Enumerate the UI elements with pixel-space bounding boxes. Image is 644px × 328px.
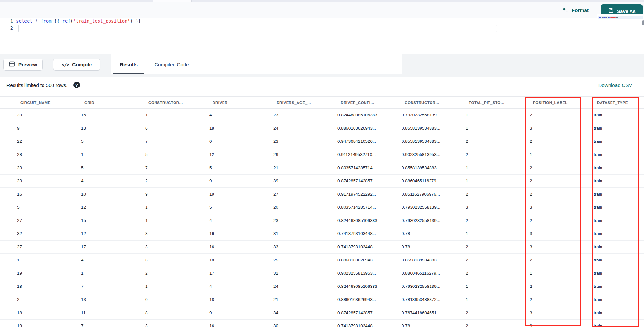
download-csv-link[interactable]: Download CSV [598,82,632,88]
table-cell: 3 [530,201,594,214]
editor-minimap[interactable] [597,14,644,54]
table-cell: train [594,122,644,135]
preview-button-label: Preview [18,62,37,68]
table-cell: 0.7813953488372... [402,293,466,306]
table-cell: 0.8860465116279... [402,175,466,187]
table-cell: 0.824468085106383 [337,280,402,293]
column-header: GRID [81,97,145,108]
column-header: CONSTRUCTOR... [145,97,209,108]
table-cell: 0.7413793103448... [337,241,402,253]
table-cell: 2 [466,267,530,280]
table-cell: train [594,254,644,267]
compile-button[interactable]: </> Compile [53,59,100,71]
table-cell: train [594,214,644,227]
table-row: 1610919270.9171974522292...0.85116279069… [0,188,644,201]
table-cell: 3 [145,227,209,240]
table-cell: 4 [209,109,273,122]
table-cell: 0.9112149532710... [337,148,402,161]
table-cell: 0.9171974522292... [337,188,402,201]
column-header: TOTAL_PIT_STO... [466,97,530,108]
column-header: DATASET_TYPE [594,97,644,108]
table-cell: 2 [466,254,530,267]
results-header-bar: Results limited to 500 rows. ? Download … [0,77,644,96]
table-cell: 29 [273,148,337,161]
table-cell: 2 [145,175,209,187]
code-line-1[interactable]: select * from {{ ref('train_test_positio… [16,18,141,24]
active-line-cursor-box[interactable] [18,25,497,32]
table-cell: 4 [81,175,145,187]
table-cell: 3 [466,201,530,214]
table-cell: 28 [17,148,81,161]
sql-editor[interactable]: 1 select * from {{ ref('train_test_posit… [0,18,644,54]
table-row: 2717316330.7413793103448...0.7823train [0,241,644,254]
table-cell: 0.9473684210526... [337,135,402,148]
table-cell: 1 [466,122,530,135]
table-cell: 18 [209,254,273,267]
table-cell: 0.8742857142857... [337,175,402,187]
compile-button-label: Compile [72,62,92,68]
table-row: 51215200.8035714285714...0.7930232558139… [0,201,644,214]
help-icon[interactable]: ? [73,82,80,88]
table-cell: 0.8860465116279... [402,267,466,280]
table-cell: 2 [530,280,594,293]
line-number-1: 1 [0,18,16,24]
table-cell: 32 [273,267,337,280]
tab-compiled-code[interactable]: Compiled Code [147,59,196,70]
table-cell: 0.8558139534883... [402,254,466,267]
table-cell: 20 [273,201,337,214]
table-cell: 2 [145,267,209,280]
editor-scrollbar-thumb[interactable] [642,20,644,25]
results-table: CIRCUIT_NAMEGRIDCONSTRUCTOR...DRIVERDRIV… [0,96,644,328]
table-cell: 0.9023255813953... [337,267,402,280]
table-cell: 2 [530,293,594,306]
table-cell: 0.824468085106383 [337,109,402,122]
table-cell: 0.8558139534883... [402,161,466,174]
table-cell: 2 [530,109,594,122]
table-cell: 34 [273,306,337,319]
table-cell: 9 [145,188,209,201]
table-row: 181189340.8742857142857...0.767441860465… [0,306,644,320]
table-cell: 0 [145,293,209,306]
table-body: 231514230.8244680851063830.7930232558139… [0,109,644,328]
table-cell: 6 [145,122,209,135]
table-cell: 16 [209,227,273,240]
table-cell: 27 [17,214,81,227]
table-cell: 18 [17,280,81,293]
table-cell: 18 [209,122,273,135]
table-cell: 9 [17,122,81,135]
table-row: 18714240.8244680851063830.7930232558139.… [0,280,644,293]
table-cell: 0.8511627906976... [402,188,466,201]
table-row: 231514230.8244680851063830.7930232558139… [0,109,644,122]
tab-results[interactable]: Results [111,59,147,70]
table-cell: 23 [273,135,337,148]
table-cell: 32 [17,227,81,240]
table-cell: 12 [81,227,145,240]
table-cell: train [594,161,644,174]
table-cell: 5 [209,161,273,174]
table-row: 913618240.8860103626943...0.855813953488… [0,122,644,135]
table-cell: 21 [273,293,337,306]
table-cell: 7 [81,320,145,328]
table-cell: 4 [81,254,145,267]
table-cell: 2 [530,188,594,201]
table-cell: 3 [530,320,594,328]
table-cell: train [594,135,644,148]
table-cell: 1 [466,293,530,306]
table-cell: 2 [466,320,530,328]
format-button[interactable]: Format [562,6,589,14]
table-row: 281512290.9112149532710...0.902325581395… [0,148,644,161]
table-cell: 0.7674418604651... [402,306,466,319]
results-limit-notice: Results limited to 500 rows. [6,82,68,88]
table-row: 271514230.8244680851063830.7930232558139… [0,214,644,227]
table-cell: 23 [17,161,81,174]
table-cell: 23 [17,175,81,187]
table-cell: 16 [209,241,273,253]
table-cell: 19 [17,267,81,280]
table-cell: 2 [466,306,530,319]
table-cell: 13 [81,122,145,135]
table-row: 22570230.9473684210526...0.8558139534883… [0,135,644,148]
preview-button[interactable]: Preview [3,59,43,71]
table-cell: 24 [273,280,337,293]
table-cell: 4 [209,280,273,293]
table-cell: train [594,293,644,306]
